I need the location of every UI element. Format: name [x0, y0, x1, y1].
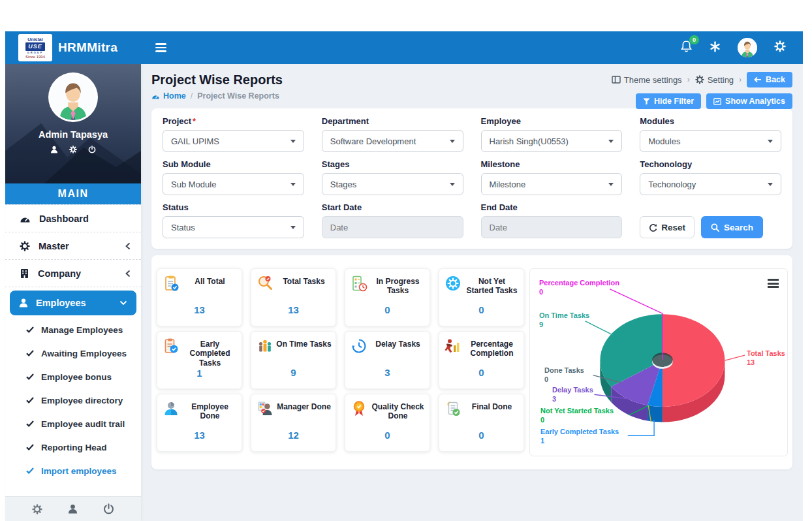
stat-card-not-yet-started-tasks[interactable]: Not Yet Started Tasks 0	[439, 268, 524, 326]
stat-card-on-time-tasks[interactable]: On Time Tasks 9	[251, 331, 336, 389]
stat-value: 0	[443, 304, 520, 315]
settings-button[interactable]	[774, 40, 786, 55]
runner-chart-icon	[445, 338, 461, 355]
profile-logout-icon[interactable]	[88, 146, 96, 153]
back-button[interactable]: Back	[747, 72, 792, 87]
task-pie-chart: Percentage Completion 0 On Time Tasks 9 …	[529, 268, 788, 456]
doc-check-icon	[445, 400, 461, 417]
profile-section: Admin Tapasya	[5, 64, 141, 183]
milestone-select[interactable]: Milestone	[481, 173, 623, 195]
arrow-left-icon	[754, 76, 762, 83]
sidebar-subitem-employee-bonus[interactable]: Employee bonus	[5, 365, 141, 388]
employee-icon	[163, 400, 180, 417]
pie-label-total-tasks: Total Tasks 13	[747, 349, 785, 368]
sidebar-toggle-icon[interactable]	[155, 43, 166, 52]
hide-filter-button[interactable]: Hide Filter	[636, 93, 701, 109]
stat-label: Quality Check Done	[370, 400, 426, 421]
stat-card-in-progress-tasks[interactable]: In Progress Tasks 0	[345, 268, 430, 326]
end-date-input[interactable]	[481, 216, 623, 238]
breadcrumb-current: Project Wise Reports	[197, 91, 279, 101]
chart-icon	[713, 98, 721, 105]
theme-settings-link[interactable]: Theme settings	[612, 75, 682, 85]
layout-icon	[612, 76, 621, 84]
clipboard-tick-icon	[163, 338, 180, 355]
user-avatar[interactable]	[738, 38, 757, 57]
sidebar-subitem-reporting-head[interactable]: Reporting Head	[5, 435, 141, 459]
check-icon	[26, 350, 34, 356]
sidebar-subitem-employee-directory[interactable]: Employee directory	[5, 388, 141, 412]
required-marker: *	[193, 116, 196, 126]
setting-link[interactable]: Setting	[695, 75, 734, 85]
sidebar-subitem-awaiting-employees[interactable]: Awaiting Employees	[5, 341, 141, 365]
stat-label: In Progress Tasks	[370, 275, 426, 296]
stat-label: Early Completed Tasks	[182, 338, 238, 368]
stat-card-final-done[interactable]: Final Done 0	[439, 394, 524, 452]
brand[interactable]: Unistal USE GROUP Since 1994 HRMMitra	[5, 34, 141, 61]
chart-menu-button[interactable]	[768, 279, 779, 288]
stat-card-early-completed-tasks[interactable]: Early Completed Tasks 1	[157, 331, 242, 389]
profile-avatar[interactable]	[48, 72, 98, 122]
team-podium-icon	[257, 338, 273, 355]
sub-module-select[interactable]: Sub Module	[163, 173, 304, 195]
sidebar-subitem-manage-employees[interactable]: Manage Employees	[5, 318, 141, 341]
footer-user-icon[interactable]	[68, 504, 78, 514]
gear-icon	[774, 40, 786, 52]
employee-select[interactable]: Harish Singh(U0553)	[481, 130, 623, 152]
show-analytics-button[interactable]: Show Analytics	[706, 93, 792, 109]
stat-value: 0	[349, 304, 426, 315]
stat-card-delay-tasks[interactable]: Delay Tasks 3	[345, 331, 430, 389]
footer-settings-icon[interactable]	[32, 504, 42, 514]
stat-card-manager-done[interactable]: Manager Done 12	[251, 394, 336, 452]
building-icon	[20, 268, 29, 279]
manager-icon	[257, 400, 273, 417]
avatar-image	[738, 38, 757, 57]
chevron-left-icon	[125, 242, 131, 250]
reset-button[interactable]: Reset	[640, 216, 695, 238]
sidebar-item-dashboard[interactable]: Dashboard	[5, 205, 141, 232]
start-date-input[interactable]	[322, 216, 463, 238]
field-label-sub-module: Sub Module	[163, 159, 304, 169]
modules-select[interactable]: Modules	[640, 130, 781, 152]
breadcrumb-home-link[interactable]: Home	[151, 91, 186, 101]
search-button[interactable]: Search	[701, 216, 763, 238]
logo-text-group: GROUP	[27, 52, 44, 54]
profile-user-icon[interactable]	[50, 146, 58, 153]
check-icon	[26, 444, 34, 450]
progress-list-icon	[351, 275, 367, 292]
sidebar-item-label: Company	[38, 268, 81, 279]
stat-label: Total Tasks	[276, 275, 332, 286]
footer-power-icon[interactable]	[103, 503, 114, 514]
sidebar-item-employees[interactable]: Employees	[10, 291, 136, 315]
stat-card-all-total[interactable]: All Total 13	[157, 268, 242, 326]
sidebar-item-label: Master	[39, 241, 69, 251]
stat-label: Employee Done	[182, 400, 238, 421]
meta-separator: ›	[687, 75, 690, 84]
sidebar-item-label: Employees	[36, 298, 86, 308]
sidebar-item-master[interactable]: Master	[5, 232, 141, 260]
sidebar-menu: Dashboard Master Company Employees Manag…	[5, 204, 141, 496]
notifications-button[interactable]: 0	[680, 40, 693, 56]
sidebar-item-company[interactable]: Company	[5, 260, 141, 287]
sidebar-subitem-label: Reporting Head	[41, 443, 107, 452]
stat-card-total-tasks[interactable]: Total Tasks 13	[251, 268, 336, 326]
stat-card-quality-check-done[interactable]: Quality Check Done 0	[345, 394, 430, 452]
techonology-select[interactable]: Techonology	[640, 173, 781, 195]
quick-actions-button[interactable]	[710, 41, 721, 55]
stat-value: 0	[443, 367, 520, 378]
field-label-project: Project*	[163, 116, 304, 126]
stat-value: 3	[349, 367, 426, 378]
field-label-stages: Stages	[322, 159, 463, 169]
profile-settings-icon[interactable]	[69, 146, 77, 153]
pie-label-delay-tasks: Delay Tasks 3	[552, 385, 593, 404]
stat-card-percentage-completion[interactable]: Percentage Completion 0	[439, 331, 524, 389]
stat-card-employee-done[interactable]: Employee Done 13	[157, 394, 242, 452]
logo-text-use: USE	[25, 42, 45, 51]
department-select[interactable]: Software Development	[322, 130, 463, 152]
status-select[interactable]: Status	[163, 216, 304, 238]
sidebar-subitem-employee-audit-trail[interactable]: Employee audit trail	[5, 412, 141, 435]
stat-label: Delay Tasks	[370, 338, 426, 349]
stages-select[interactable]: Stages	[322, 173, 463, 195]
project-select[interactable]: GAIL UPIMS	[163, 130, 304, 152]
sidebar-subitem-import-employees[interactable]: Import employees	[5, 459, 141, 482]
medal-icon	[351, 400, 367, 417]
